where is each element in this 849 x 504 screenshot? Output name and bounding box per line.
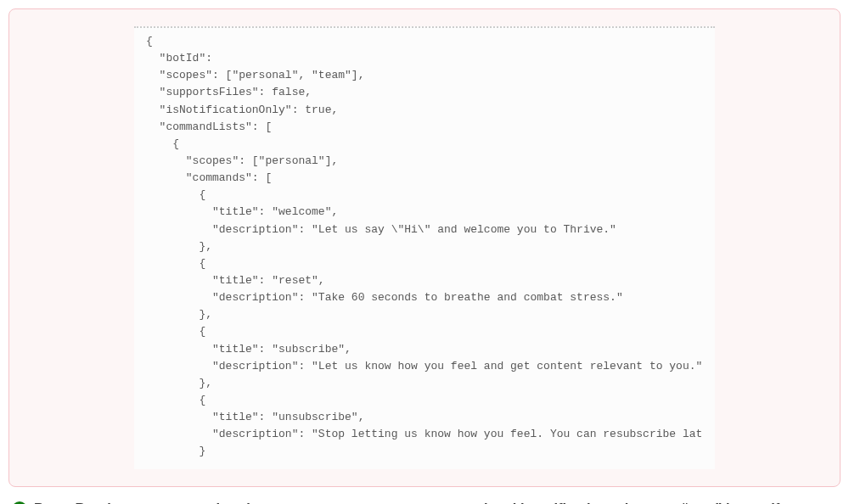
- code-example-card: { "botId": "scopes": ["personal", "team"…: [8, 8, 841, 487]
- svg-point-0: [12, 501, 27, 504]
- code-block-container: { "botId": "scopes": ["personal", "team"…: [134, 26, 715, 469]
- check-circle-icon: [12, 501, 27, 504]
- status-text: Pass: Bot does not respond or does not s…: [34, 499, 800, 504]
- status-row: Pass: Bot does not respond or does not s…: [8, 499, 841, 504]
- manifest-code: { "botId": "scopes": ["personal", "team"…: [146, 33, 703, 461]
